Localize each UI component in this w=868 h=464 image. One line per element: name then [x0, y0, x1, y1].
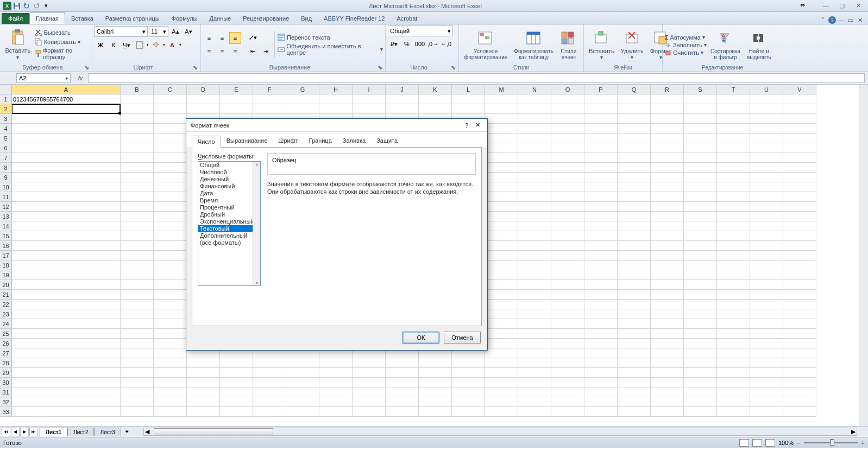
col-header-M[interactable]: M: [485, 85, 518, 94]
row-header-18[interactable]: 18: [0, 260, 12, 270]
dlg-tab-protection[interactable]: Защита: [371, 135, 403, 147]
alignment-launcher-icon[interactable]: ⬊: [376, 64, 383, 71]
cell-styles-button[interactable]: Стили ячеек: [557, 29, 580, 61]
increase-decimal-icon[interactable]: ,0→: [427, 38, 439, 50]
number-format-combo[interactable]: Общий▾: [388, 26, 453, 36]
row-header-6[interactable]: 6: [0, 143, 12, 153]
row-header-8[interactable]: 8: [0, 163, 12, 173]
view-normal-icon[interactable]: [739, 439, 749, 447]
format-item-9[interactable]: Текстовый: [198, 225, 260, 232]
col-header-P[interactable]: P: [584, 85, 618, 94]
sheet-nav-last-icon[interactable]: ⏭: [29, 428, 38, 436]
zoom-out-icon[interactable]: −: [797, 440, 800, 446]
insert-cells-button[interactable]: Вставить ▾: [586, 28, 617, 61]
file-tab[interactable]: Файл: [2, 13, 29, 24]
col-header-H[interactable]: H: [319, 85, 353, 94]
decrease-decimal-icon[interactable]: ←,0: [440, 38, 452, 50]
col-header-T[interactable]: T: [717, 85, 750, 94]
row-header-31[interactable]: 31: [0, 387, 12, 397]
row-header-19[interactable]: 19: [0, 270, 12, 280]
window-min-icon[interactable]: —: [838, 16, 845, 24]
font-launcher-icon[interactable]: ⬊: [192, 64, 198, 71]
formula-input[interactable]: [88, 73, 865, 83]
sheet-nav-next-icon[interactable]: ▶: [20, 428, 29, 436]
fx-icon[interactable]: fx: [75, 75, 86, 81]
window-close-icon[interactable]: ✕: [856, 16, 864, 24]
format-item-5[interactable]: Время: [198, 197, 260, 204]
dlg-tab-alignment[interactable]: Выравнивание: [221, 135, 273, 147]
col-header-B[interactable]: B: [121, 85, 154, 94]
row-header-33[interactable]: 33: [0, 407, 12, 417]
format-item-7[interactable]: Дробный: [198, 211, 260, 218]
name-box[interactable]: A2▾: [16, 73, 71, 83]
cut-button[interactable]: Вырезать: [35, 29, 90, 36]
col-header-N[interactable]: N: [518, 85, 551, 94]
format-painter-button[interactable]: Формат по образцу: [35, 47, 90, 60]
sheet-tab-3[interactable]: Лист3: [94, 428, 121, 436]
select-all-corner[interactable]: [0, 85, 12, 94]
format-item-1[interactable]: Числовой: [198, 169, 260, 176]
row-header-23[interactable]: 23: [0, 309, 12, 319]
horizontal-scrollbar[interactable]: ◀ ▶: [143, 428, 868, 436]
indent-increase-icon[interactable]: ⇥: [260, 46, 272, 58]
row-header-4[interactable]: 4: [0, 124, 12, 134]
zoom-in-icon[interactable]: +: [861, 440, 865, 446]
row-header-10[interactable]: 10: [0, 182, 12, 192]
row-header-20[interactable]: 20: [0, 280, 12, 290]
format-item-4[interactable]: Дата: [198, 190, 260, 197]
delete-cells-button[interactable]: Удалить ▾: [618, 28, 646, 61]
sheet-tab-1[interactable]: Лист1: [40, 428, 67, 436]
format-item-2[interactable]: Денежный: [198, 176, 260, 183]
paste-button[interactable]: Вставить ▾: [2, 28, 34, 61]
row-header-21[interactable]: 21: [0, 290, 12, 300]
thousands-icon[interactable]: 000: [414, 38, 426, 50]
tab-abbyy[interactable]: ABBYY FineReader 12: [318, 13, 391, 24]
row-header-16[interactable]: 16: [0, 241, 12, 251]
row-header-15[interactable]: 15: [0, 231, 12, 241]
dialog-close-icon[interactable]: ✕: [472, 122, 483, 129]
undo-icon[interactable]: [22, 2, 31, 10]
font-color-icon[interactable]: A: [166, 39, 178, 51]
currency-icon[interactable]: ₽▾: [388, 38, 400, 50]
window-restore-icon[interactable]: ▭: [847, 16, 854, 24]
col-header-L[interactable]: L: [452, 85, 485, 94]
row-header-11[interactable]: 11: [0, 192, 12, 202]
tab-review[interactable]: Рецензирование: [237, 13, 295, 24]
sheet-tab-2[interactable]: Лист2: [67, 428, 94, 436]
row-header-30[interactable]: 30: [0, 378, 12, 387]
row-header-14[interactable]: 14: [0, 221, 12, 231]
indent-decrease-icon[interactable]: ⇤: [247, 46, 259, 58]
dialog-titlebar[interactable]: Формат ячеек ? ✕: [186, 119, 487, 132]
maximize-button[interactable]: ▢: [834, 2, 850, 10]
format-listbox[interactable]: ОбщийЧисловойДенежныйФинансовыйДатаВремя…: [198, 161, 261, 286]
row-header-27[interactable]: 27: [0, 348, 12, 358]
col-header-D[interactable]: D: [187, 85, 220, 94]
shrink-font-icon[interactable]: A▾: [183, 26, 194, 37]
grow-font-icon[interactable]: A▴: [169, 26, 181, 37]
dlg-tab-font[interactable]: Шрифт: [273, 135, 303, 147]
format-item-11[interactable]: (все форматы): [198, 239, 260, 246]
col-header-R[interactable]: R: [651, 85, 684, 94]
tab-home[interactable]: Главная: [29, 12, 65, 24]
underline-icon[interactable]: Ч ▾: [121, 39, 133, 51]
cell-A1[interactable]: 012345678965764700: [12, 94, 121, 104]
align-right-icon[interactable]: ≡: [229, 46, 241, 58]
align-left-icon[interactable]: ≡: [203, 46, 215, 58]
orientation-icon[interactable]: ⤢▾: [247, 32, 259, 44]
percent-icon[interactable]: %: [401, 38, 413, 50]
col-header-Q[interactable]: Q: [618, 85, 651, 94]
col-header-I[interactable]: I: [353, 85, 386, 94]
col-header-S[interactable]: S: [684, 85, 717, 94]
minimize-ribbon-icon[interactable]: ˄: [819, 16, 827, 24]
sheet-nav-first-icon[interactable]: ⏮: [2, 428, 10, 436]
row-header-22[interactable]: 22: [0, 300, 12, 309]
col-header-K[interactable]: K: [419, 85, 452, 94]
font-name-combo[interactable]: Calibri▾: [95, 26, 148, 37]
clipboard-launcher-icon[interactable]: ⬊: [83, 64, 90, 71]
col-header-G[interactable]: G: [286, 85, 319, 94]
row-header-9[interactable]: 9: [0, 173, 12, 182]
ok-button[interactable]: ОК: [402, 332, 439, 344]
save-icon[interactable]: [12, 2, 21, 10]
autosum-button[interactable]: Σ Автосумма ▾: [665, 34, 707, 41]
tab-page-layout[interactable]: Разметка страницы: [99, 13, 166, 24]
